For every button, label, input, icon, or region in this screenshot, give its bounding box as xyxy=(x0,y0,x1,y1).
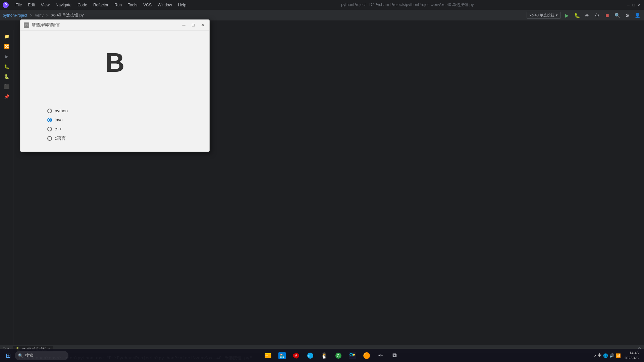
taskbar-app-green[interactable]: G xyxy=(332,350,344,362)
maximize-button[interactable]: □ xyxy=(631,3,636,7)
systray-expand[interactable]: ∧ xyxy=(594,354,596,357)
coverage-button[interactable]: ⊕ xyxy=(583,11,591,19)
radio-item-python[interactable]: python xyxy=(47,108,68,113)
taskbar-app-store[interactable]: 🏪 xyxy=(276,350,288,362)
menu-window[interactable]: Window xyxy=(155,2,175,8)
taskbar-clock[interactable]: 14:46 2023/4/5 xyxy=(624,351,639,360)
sidebar-pin-icon[interactable]: 📌 xyxy=(2,92,12,101)
breadcrumb-project[interactable]: pythonProject xyxy=(3,13,27,18)
radio-cpp[interactable] xyxy=(47,127,52,131)
dialog-close[interactable]: ✕ xyxy=(199,22,206,28)
settings-button[interactable]: ⚙ xyxy=(623,11,631,19)
run-config-label: xc-40 单选按钮 xyxy=(530,13,554,18)
radio-label-cpp: c++ xyxy=(55,126,62,131)
toolbar-right: xc-40 单选按钮 ▾ ▶ 🐛 ⊕ ⏱ ⏹ 🔍 ⚙ 👤 xyxy=(527,11,641,19)
minimize-button[interactable]: ─ xyxy=(626,3,631,7)
svg-point-14 xyxy=(353,354,355,356)
menu-run[interactable]: Run xyxy=(112,2,124,8)
radio-item-cpp[interactable]: c++ xyxy=(47,126,68,131)
menu-navigate[interactable]: Navigate xyxy=(53,2,74,8)
dialog-title: 请选择编程语言 xyxy=(32,22,178,28)
taskbar: ⊞ 🔍 搜索 🏪 M e 🐧 G 🟠 ✒ ⧉ ∧ 中 🌐 🔊 📶 xyxy=(0,349,644,362)
run-config-chevron: ▾ xyxy=(556,13,558,17)
systray-volume[interactable]: 🔊 xyxy=(609,353,614,358)
systray-wifi[interactable]: 📶 xyxy=(616,353,621,358)
breadcrumb-venv: venv xyxy=(35,13,43,18)
radio-java[interactable] xyxy=(47,118,52,122)
dialog-body: B python java c++ c语言 xyxy=(20,31,209,152)
taskbar-apps: 🏪 M e 🐧 G 🟠 ✒ ⧉ xyxy=(69,350,593,362)
taskbar-date-display: 2023/4/5 xyxy=(624,356,639,360)
taskbar-app-qq[interactable]: 🐧 xyxy=(318,350,330,362)
svg-text:M: M xyxy=(294,354,297,358)
taskbar-app-mcafee[interactable]: M xyxy=(290,350,302,362)
sidebar-debug-icon[interactable]: 🐛 xyxy=(2,62,12,71)
menu-vcs[interactable]: VCS xyxy=(141,2,154,8)
app-logo: P xyxy=(3,2,9,8)
debug-button[interactable]: 🐛 xyxy=(573,11,581,19)
menu-file[interactable]: File xyxy=(13,2,24,8)
radio-item-java[interactable]: java xyxy=(47,117,68,122)
menu-help[interactable]: Help xyxy=(175,2,189,8)
dialog-icon: □ xyxy=(24,22,29,28)
taskbar-systray: ∧ 中 🌐 🔊 📶 xyxy=(594,353,621,358)
dialog-display-value: B xyxy=(105,47,125,78)
radio-label-c: c语言 xyxy=(55,135,66,141)
breadcrumb-sep2: > xyxy=(46,13,49,18)
menu-code[interactable]: Code xyxy=(75,2,90,8)
search-label: 搜索 xyxy=(25,353,33,358)
taskbar-search[interactable]: 🔍 搜索 xyxy=(15,351,68,360)
taskbar-app-explorer[interactable] xyxy=(262,350,274,362)
radio-label-java: java xyxy=(55,117,63,122)
title-bar: P File Edit View Navigate Code Refactor … xyxy=(0,0,644,10)
breadcrumb-sep1: > xyxy=(30,13,32,18)
stop-button[interactable]: ⏹ xyxy=(603,11,611,19)
menu-view[interactable]: View xyxy=(38,2,52,8)
dialog-minimize[interactable]: ─ xyxy=(180,22,187,28)
svg-text:G: G xyxy=(337,354,340,358)
menu-edit[interactable]: Edit xyxy=(25,2,38,8)
search-icon: 🔍 xyxy=(18,353,23,358)
taskbar-app-orange[interactable]: 🟠 xyxy=(361,350,373,362)
search-button[interactable]: 🔍 xyxy=(613,11,621,19)
left-sidebar: 📁 🔀 ▶ 🐛 🐍 ⬛ 📌 xyxy=(0,30,13,345)
window-controls[interactable]: ─ □ ✕ xyxy=(626,3,641,7)
svg-rect-2 xyxy=(265,355,268,356)
taskbar-time-display: 14:46 xyxy=(624,351,639,355)
sidebar-terminal-icon[interactable]: ⬛ xyxy=(2,82,12,91)
svg-text:🏪: 🏪 xyxy=(280,353,285,358)
radio-label-python: python xyxy=(55,108,68,113)
breadcrumb-file: xc-40 单选按钮.py xyxy=(51,12,84,18)
svg-rect-1 xyxy=(265,354,271,358)
radio-group: python java c++ c语言 xyxy=(20,108,68,141)
language-dialog: □ 请选择编程语言 ─ □ ✕ B python java c++ c语言 xyxy=(20,19,210,152)
dialog-maximize[interactable]: □ xyxy=(190,22,197,28)
start-button[interactable]: ⊞ xyxy=(2,350,14,362)
taskbar-app-pycharm[interactable] xyxy=(346,350,359,362)
menu-tools[interactable]: Tools xyxy=(125,2,140,8)
svg-rect-12 xyxy=(350,357,354,357)
close-button[interactable]: ✕ xyxy=(637,3,641,7)
taskbar-app-edge[interactable]: e xyxy=(304,350,316,362)
sidebar-run-icon[interactable]: ▶ xyxy=(2,52,12,61)
taskbar-app-taskswitch[interactable]: ⧉ xyxy=(389,350,401,362)
run-config-selector[interactable]: xc-40 单选按钮 ▾ xyxy=(527,12,561,19)
svg-text:e: e xyxy=(308,354,310,358)
radio-python[interactable] xyxy=(47,109,52,113)
dialog-title-bar: □ 请选择编程语言 ─ □ ✕ xyxy=(20,20,209,31)
systray-network[interactable]: 🌐 xyxy=(603,353,608,358)
window-title: pythonProject - D:\PycharmProjects\pytho… xyxy=(193,2,622,8)
radio-c[interactable] xyxy=(47,136,52,141)
run-button[interactable]: ▶ xyxy=(563,11,571,19)
sidebar-python-icon[interactable]: 🐍 xyxy=(2,72,12,81)
menu-bar[interactable]: File Edit View Navigate Code Refactor Ru… xyxy=(13,2,189,8)
systray-ime[interactable]: 中 xyxy=(598,353,602,358)
profile-button[interactable]: ⏱ xyxy=(593,11,601,19)
menu-refactor[interactable]: Refactor xyxy=(91,2,111,8)
user-button[interactable]: 👤 xyxy=(633,11,641,19)
sidebar-project-icon[interactable]: 📁 xyxy=(2,32,12,41)
scrollbar-right[interactable] xyxy=(641,30,644,345)
radio-item-c[interactable]: c语言 xyxy=(47,135,68,141)
sidebar-commit-icon[interactable]: 🔀 xyxy=(2,42,12,51)
taskbar-app-pen[interactable]: ✒ xyxy=(375,350,387,362)
